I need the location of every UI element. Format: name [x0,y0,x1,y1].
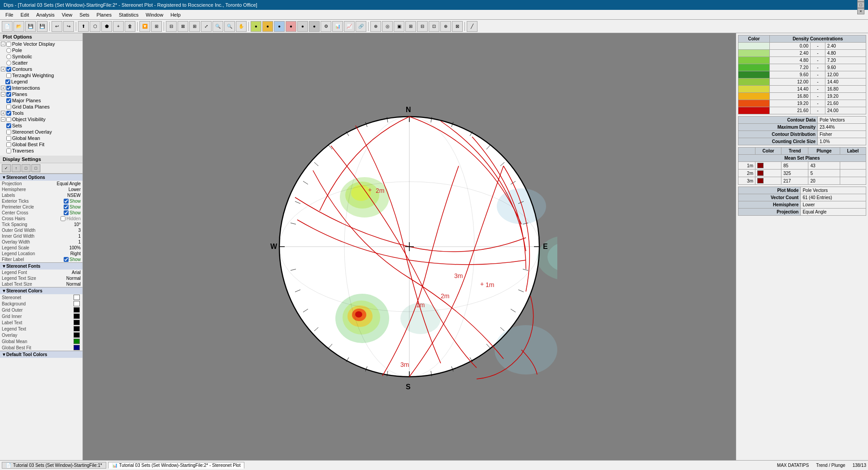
tb-add[interactable]: + [113,21,124,32]
check-cross-hairs[interactable] [61,216,65,221]
check-planes[interactable] [6,92,11,97]
tb-zoom-in[interactable]: 🔍 [213,21,223,32]
check-perimeter-circle[interactable] [64,205,69,209]
tb-icon8[interactable]: ⊞ [405,21,416,32]
expander-tools[interactable]: + [1,111,5,115]
disp-new1[interactable]: □ [22,164,30,172]
tb-save2[interactable]: 💾 [37,21,48,32]
radio-pole[interactable] [6,48,11,53]
tree-major-planes[interactable]: Major Planes [5,97,82,104]
swatch-global-best-fit[interactable] [74,345,80,350]
tb-grid3[interactable]: ⊞ [189,21,200,32]
tree-pole-vector[interactable]: − Pole Vector Display [0,41,82,47]
menu-help[interactable]: Help [167,11,184,18]
tb-cursor[interactable]: ⬆ [78,21,89,32]
tb-filter[interactable]: 🔽 [139,21,150,32]
val-overlay-width[interactable]: 1 [78,239,81,244]
val-tick-spacing[interactable]: 10° [74,222,81,227]
check-terzaghi[interactable] [6,73,11,78]
expander-intersections[interactable]: + [1,86,5,90]
menu-statistics[interactable]: Statistics [115,11,142,18]
tb-grid1[interactable]: ⊟ [166,21,177,32]
expander-pole-vector[interactable]: − [1,42,5,46]
tree-sets[interactable]: Sets [5,122,82,129]
menu-sets[interactable]: Sets [76,11,93,18]
tree-intersections[interactable]: + Intersections [0,85,82,91]
outer-max[interactable]: □ [857,2,864,8]
check-traverses[interactable] [6,148,11,153]
tb-color2[interactable]: ● [262,21,273,32]
menu-file[interactable]: File [2,11,17,18]
swatch-grid-inner[interactable] [74,313,80,319]
expander-object-visibility[interactable]: − [1,117,5,122]
tree-symbolic[interactable]: Symbolic [5,53,82,60]
radio-scatter[interactable] [6,61,11,65]
check-major-planes[interactable] [6,98,11,103]
val-projection[interactable]: Equal Angle [57,181,81,186]
tb-icon7[interactable]: ▣ [394,21,404,32]
tree-traverses[interactable]: Traverses [5,148,82,154]
menu-window[interactable]: Window [142,11,167,18]
tree-pole[interactable]: Pole [5,47,82,53]
check-legend[interactable] [5,79,10,84]
tb-delete[interactable]: 🗑 [125,21,135,32]
check-object-visibility[interactable] [6,117,11,122]
tab-2[interactable]: 📊 Tutorial 03 Sets (Set Window)-Starting… [108,462,245,469]
tree-scatter[interactable]: Scatter [5,60,82,66]
check-contours[interactable] [6,67,11,72]
outer-close[interactable]: × [857,8,864,14]
tb-save[interactable]: 💾 [25,21,36,32]
val-label-text-size[interactable]: Normal [66,282,81,287]
check-intersections[interactable] [6,86,11,91]
tb-zoom-out[interactable]: 🔍 [224,21,235,32]
tab-1[interactable]: 📄 Tutorial 03 Sets (Set Window)-Starting… [2,462,106,469]
tb-color4[interactable]: ● [286,21,296,32]
check-exterior-ticks[interactable] [64,199,69,204]
tree-terzaghi[interactable]: Terzaghi Weighting [5,72,82,78]
menu-analysis[interactable]: Analysis [33,11,58,18]
val-inner-grid[interactable]: 1 [78,234,81,239]
tree-contours[interactable]: + Contours [0,66,82,72]
tb-redo[interactable]: ↪ [63,21,74,32]
radio-symbolic[interactable] [6,54,11,59]
stereonet-colors-section[interactable]: ▼ Stereonet Colors [0,287,82,294]
tb-icon12[interactable]: ⊠ [452,21,463,32]
menu-edit[interactable]: Edit [17,11,33,18]
tree-planes[interactable]: − Planes [0,91,82,97]
tb-filter2[interactable]: ⊞ [151,21,162,32]
tb-icon3[interactable]: 📈 [344,21,355,32]
disp-up[interactable]: ↑ [12,164,21,172]
tb-polygon[interactable]: ⬟ [101,21,112,32]
stereonet-fonts-section[interactable]: ▼ Stereonet Fonts [0,262,82,270]
disp-new2[interactable]: □ [31,164,40,172]
val-labels[interactable]: NSEW [67,193,81,198]
tree-object-visibility[interactable]: − Object Visibility [0,116,82,122]
tb-icon6[interactable]: ◎ [382,21,393,32]
tb-icon9[interactable]: ⊟ [417,21,428,32]
swatch-label-text[interactable] [74,320,80,325]
tree-global-mean[interactable]: Global Mean [5,135,82,141]
tree-tools[interactable]: + Tools [0,110,82,116]
tb-icon2[interactable]: 📊 [332,21,343,32]
check-tools[interactable] [6,111,11,116]
tb-select[interactable]: ⬡ [90,21,100,32]
menu-planes[interactable]: Planes [93,11,115,18]
swatch-global-mean[interactable] [74,339,80,344]
tb-undo[interactable]: ↩ [52,21,62,32]
val-legend-text-size[interactable]: Normal [66,276,81,281]
default-tool-colors-section[interactable]: ▼ Default Tool Colors [0,351,82,358]
tree-grid-planes[interactable]: Grid Data Planes [5,104,82,110]
tb-pan[interactable]: ✋ [236,21,247,32]
check-grid-planes[interactable] [6,104,11,109]
stereonet-options-section[interactable]: ▼ Stereonet Options [0,174,82,181]
swatch-grid-outer[interactable] [74,307,80,313]
tb-line[interactable]: ╱ [467,21,477,32]
tb-icon5[interactable]: ⊕ [370,21,381,32]
val-hemisphere[interactable]: Lower [69,187,81,192]
check-global-best-fit[interactable] [6,142,11,147]
tb-color6[interactable]: ● [309,21,320,32]
val-outer-grid[interactable]: 3 [78,228,81,233]
expander-planes[interactable]: − [1,92,5,96]
menu-view[interactable]: View [58,11,76,18]
swatch-legend-text[interactable] [74,326,80,331]
